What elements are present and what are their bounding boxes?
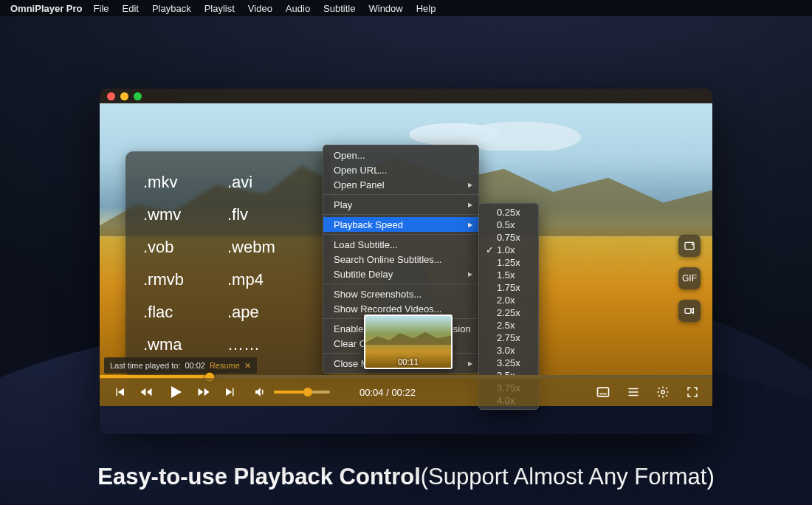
- fullscreen-button[interactable]: [686, 385, 699, 399]
- toast-resume-link[interactable]: Resume: [210, 361, 240, 370]
- volume-knob[interactable]: [303, 388, 312, 396]
- format-item: .mkv: [143, 166, 224, 199]
- rewind-button[interactable]: [140, 385, 153, 399]
- menu-video[interactable]: Video: [248, 3, 272, 14]
- seek-preview-thumbnail: 00:11: [364, 315, 453, 369]
- svg-point-1: [692, 244, 692, 244]
- traffic-light-close[interactable]: [107, 92, 115, 100]
- speed-option[interactable]: 0.25x: [479, 206, 538, 219]
- player-window: .mkv .avi .wmv .flv .vob .webm .rmvb .mp…: [100, 89, 712, 434]
- format-item: .vob: [143, 231, 224, 264]
- supported-formats-overlay: .mkv .avi .wmv .flv .vob .webm .rmvb .mp…: [125, 151, 331, 377]
- video-area[interactable]: .mkv .avi .wmv .flv .vob .webm .rmvb .mp…: [100, 103, 712, 406]
- speed-option[interactable]: 2.25x: [479, 306, 538, 319]
- window-titlebar: [100, 89, 712, 103]
- video-record-button[interactable]: [678, 300, 701, 322]
- menu-playlist[interactable]: Playlist: [204, 3, 235, 14]
- svg-rect-2: [685, 309, 691, 314]
- format-item: .flac: [143, 296, 224, 329]
- context-menu-item[interactable]: Open...: [323, 148, 478, 162]
- speed-option[interactable]: 1.5x: [479, 269, 538, 281]
- toast-close-icon[interactable]: ✕: [244, 361, 251, 371]
- toast-timestamp: 00:02: [185, 361, 205, 370]
- svg-point-4: [661, 391, 665, 394]
- play-button[interactable]: [166, 383, 184, 401]
- menu-audio[interactable]: Audio: [286, 3, 310, 14]
- context-menu-item[interactable]: Show Screenshots...: [323, 286, 478, 301]
- gif-record-button[interactable]: GIF: [678, 267, 701, 289]
- format-item: .rmvb: [143, 264, 224, 296]
- context-menu-item[interactable]: Playback Speed: [323, 217, 478, 232]
- speed-option[interactable]: 2.0x: [479, 294, 538, 306]
- menu-app-name[interactable]: OmniPlayer Pro: [10, 3, 83, 14]
- resume-toast: Last time played to: 00:02 Resume ✕: [104, 357, 257, 374]
- speed-option[interactable]: 1.75x: [479, 281, 538, 294]
- menu-playback[interactable]: Playback: [152, 3, 191, 14]
- screenshot-button[interactable]: [678, 235, 701, 257]
- speed-option[interactable]: 1.25x: [479, 256, 538, 269]
- format-item: .avi: [227, 166, 309, 199]
- playlist-button[interactable]: [627, 385, 640, 399]
- format-item: .flv: [227, 199, 309, 231]
- toast-prefix: Last time played to:: [110, 361, 180, 370]
- volume-icon[interactable]: [253, 385, 266, 399]
- format-item: .wma: [143, 329, 224, 361]
- next-track-button[interactable]: [224, 385, 237, 399]
- settings-button[interactable]: [656, 385, 670, 399]
- context-menu-item[interactable]: Show Recorded Videos...: [323, 301, 478, 316]
- playback-control-bar: 00:04 / 00:22: [100, 378, 712, 406]
- menu-window[interactable]: Window: [368, 3, 402, 14]
- context-menu-item[interactable]: Open Panel: [323, 177, 478, 192]
- prev-track-button[interactable]: [113, 385, 126, 399]
- format-item: ……: [227, 329, 309, 361]
- menu-edit[interactable]: Edit: [123, 3, 139, 14]
- seek-preview-time: 00:11: [365, 357, 451, 366]
- context-menu-item[interactable]: Search Online Subtitles...: [323, 252, 478, 267]
- fast-forward-button[interactable]: [197, 385, 210, 399]
- context-menu-item[interactable]: Play: [323, 197, 478, 212]
- promo-caption: Easy-to-use Playback Control(Support Alm…: [0, 464, 812, 490]
- speed-option[interactable]: 0.75x: [479, 231, 538, 244]
- time-display: 00:04 / 00:22: [359, 387, 416, 398]
- format-item: .mp4: [227, 264, 309, 296]
- menu-file[interactable]: File: [94, 3, 109, 14]
- speed-option[interactable]: 2.5x: [479, 319, 538, 331]
- format-item: .ape: [227, 296, 309, 329]
- format-item: .webm: [227, 231, 309, 264]
- speed-option[interactable]: 2.75x: [479, 331, 538, 344]
- svg-rect-3: [598, 388, 609, 396]
- speed-option[interactable]: 3.25x: [479, 357, 538, 369]
- speed-option[interactable]: 0.5x: [479, 219, 538, 231]
- menu-help[interactable]: Help: [416, 3, 436, 14]
- menu-subtitle[interactable]: Subtitle: [323, 3, 355, 14]
- format-item: .wmv: [143, 199, 224, 231]
- side-tool-buttons: GIF: [678, 235, 701, 322]
- macos-menu-bar: OmniPlayer Pro File Edit Playback Playli…: [0, 0, 812, 16]
- speed-option[interactable]: 3.0x: [479, 344, 538, 357]
- context-menu-item[interactable]: Open URL...: [323, 162, 478, 177]
- traffic-light-minimize[interactable]: [120, 92, 128, 100]
- traffic-light-zoom[interactable]: [134, 92, 142, 100]
- context-menu-item[interactable]: Load Subtitle...: [323, 237, 478, 252]
- volume-slider[interactable]: [274, 391, 330, 394]
- context-menu-item[interactable]: Subtitle Delay: [323, 267, 478, 281]
- subtitle-button[interactable]: [596, 385, 610, 399]
- speed-option[interactable]: 1.0x: [479, 244, 538, 256]
